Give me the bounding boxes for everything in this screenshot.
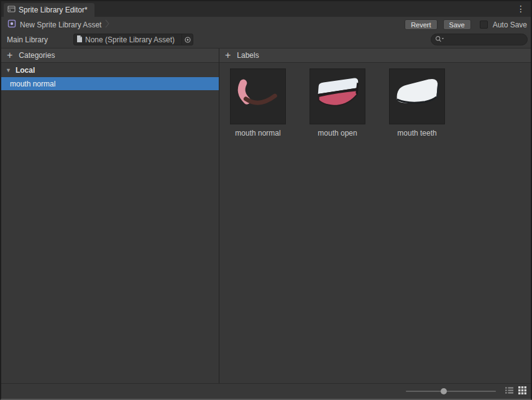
tab-bar: Sprite Library Editor* ⋮ [1, 1, 531, 17]
search-field[interactable] [431, 34, 528, 45]
breadcrumb[interactable]: New Sprite Library Asset [20, 19, 109, 30]
grid-view-icon[interactable] [518, 386, 526, 397]
kebab-menu-icon[interactable]: ⋮ [516, 3, 525, 14]
breadcrumb-chevron-icon [105, 19, 109, 30]
asset-name-label: New Sprite Library Asset [20, 21, 101, 29]
document-icon [76, 34, 83, 45]
auto-save-label: Auto Save [493, 21, 527, 29]
category-row-mouth-normal[interactable]: mouth normal [1, 77, 219, 90]
sprite-thumbnail-mouth-teeth [389, 68, 445, 124]
revert-button[interactable]: Revert [405, 19, 437, 30]
add-category-icon[interactable]: + [7, 51, 12, 60]
label-item-mouth-normal[interactable]: mouth normal [229, 68, 287, 137]
label-item-mouth-open[interactable]: mouth open [309, 68, 366, 137]
save-button[interactable]: Save [443, 19, 471, 30]
main-library-row: Main Library None (Sprite Library Asset) [1, 31, 531, 48]
categories-panel: + Categories ▼ Local mouth normal [1, 49, 219, 383]
local-group-label: Local [16, 66, 35, 75]
add-label-icon[interactable]: + [225, 51, 231, 60]
thumbnail-size-slider[interactable] [406, 386, 496, 396]
sprite-thumbnail-mouth-open [310, 68, 365, 124]
object-picker-icon[interactable] [181, 34, 193, 45]
label-name: mouth open [318, 129, 357, 137]
main-library-label: Main Library [7, 35, 73, 44]
object-field-value: None (Sprite Library Asset) [85, 35, 179, 44]
main-library-object-field[interactable]: None (Sprite Library Asset) [73, 34, 193, 45]
search-input[interactable] [446, 35, 522, 44]
foldout-arrow-icon[interactable]: ▼ [6, 67, 11, 73]
categories-header: + Categories [1, 49, 219, 63]
labels-title: Labels [237, 51, 259, 60]
sprite-library-editor-window: Sprite Library Editor* ⋮ New Sprite Libr… [0, 0, 532, 400]
search-icon [435, 34, 444, 45]
tab-sprite-library-editor[interactable]: Sprite Library Editor* [4, 3, 94, 17]
editor-panels: + Categories ▼ Local mouth normal + Labe… [1, 48, 531, 383]
label-grid: mouth normal mouth open [219, 63, 531, 137]
labels-panel: + Labels mouth normal [219, 49, 531, 383]
editor-toolbar: New Sprite Library Asset Revert Save Aut… [1, 17, 531, 31]
slider-track[interactable] [406, 391, 496, 392]
auto-save-checkbox[interactable] [480, 21, 488, 29]
list-view-icon[interactable] [505, 386, 513, 397]
labels-header: + Labels [219, 49, 531, 63]
bottom-bar [1, 383, 531, 399]
label-name: mouth normal [235, 129, 280, 137]
tab-title: Sprite Library Editor* [19, 6, 88, 14]
label-item-mouth-teeth[interactable]: mouth teeth [388, 68, 446, 137]
categories-title: Categories [19, 51, 55, 60]
local-foldout-row[interactable]: ▼ Local [1, 63, 219, 77]
slider-handle[interactable] [441, 388, 447, 394]
sprite-library-asset-icon [7, 19, 17, 31]
sprite-library-tab-icon [7, 4, 16, 16]
label-name: mouth teeth [397, 129, 436, 137]
sprite-thumbnail-mouth-normal [230, 68, 286, 124]
